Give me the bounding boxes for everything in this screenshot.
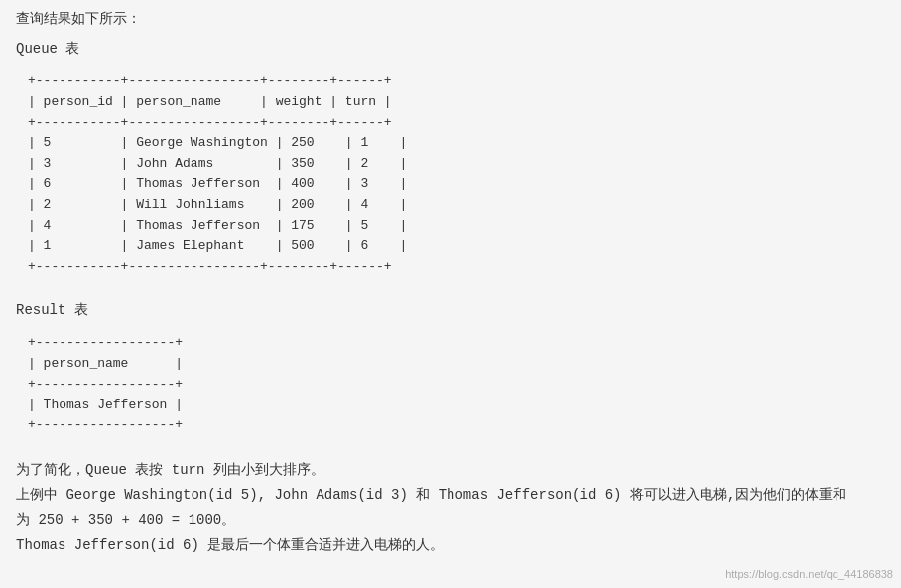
queue-table-content: +-----------+-----------------+--------+… (16, 63, 885, 286)
desc-line4: Thomas Jefferson(id 6) 是最后一个体重合适并进入电梯的人。 (16, 533, 885, 558)
queue-table-block: Queue 表 +-----------+-----------------+-… (16, 40, 885, 286)
intro-text: 查询结果如下所示： (16, 10, 885, 28)
result-table-block: Result 表 +------------------+ | person_n… (16, 301, 885, 444)
desc-line3: 为 250 + 350 + 400 = 1000。 (16, 508, 885, 532)
desc-line2: 上例中 George Washington(id 5), John Adams(… (16, 483, 885, 508)
queue-table-title: Queue 表 (16, 40, 885, 58)
desc-line1: 为了简化，Queue 表按 turn 列由小到大排序。 (16, 458, 885, 483)
result-table-title: Result 表 (16, 301, 885, 319)
description-block: 为了简化，Queue 表按 turn 列由小到大排序。 上例中 George W… (16, 458, 885, 558)
result-table-content: +------------------+ | person_name | +--… (16, 325, 885, 444)
watermark: https://blog.csdn.net/qq_44186838 (725, 568, 893, 580)
